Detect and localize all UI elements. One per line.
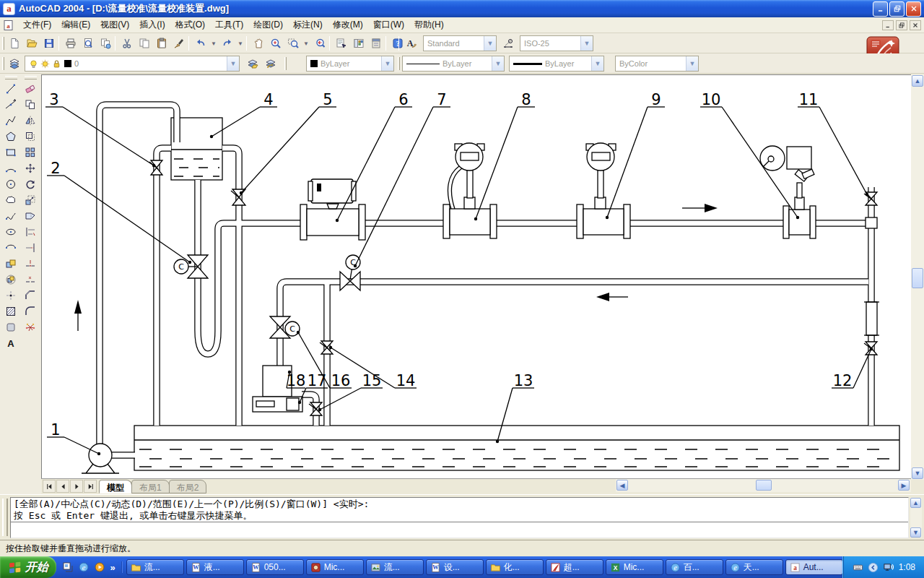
tab-layout1[interactable]: 布局1 (131, 480, 170, 493)
line-button[interactable] (2, 81, 19, 97)
doc-restore-button[interactable] (896, 20, 907, 30)
pan-button[interactable] (250, 35, 267, 52)
menu-modify[interactable]: 修改(M) (328, 17, 368, 33)
publish-button[interactable] (97, 35, 114, 52)
nav-prev-button[interactable] (56, 480, 69, 493)
region-button[interactable] (2, 319, 19, 335)
text-style-combo[interactable]: Standard ▼ (423, 35, 497, 51)
task-autocad[interactable]: aAut... (785, 559, 843, 575)
paste-button[interactable] (153, 35, 170, 52)
menu-tools[interactable]: 工具(T) (210, 17, 248, 33)
scroll-up-button[interactable]: ▲ (912, 75, 923, 87)
toolbar-grip[interactable] (5, 76, 17, 79)
tray-keyboard[interactable] (853, 562, 863, 573)
zoom-realtime-button[interactable] (267, 35, 284, 52)
matchprop-button[interactable] (170, 35, 188, 52)
nav-first-button[interactable] (43, 480, 56, 493)
chevron-down-icon[interactable]: ▼ (686, 56, 698, 71)
restore-button[interactable] (889, 1, 905, 17)
color-combo[interactable]: ByLayer ▼ (306, 56, 394, 72)
tab-layout2[interactable]: 布局2 (169, 480, 207, 493)
horizontal-scroll-thumb[interactable] (756, 480, 772, 491)
rectangle-button[interactable] (2, 144, 19, 160)
arc-button[interactable] (2, 160, 19, 176)
chevron-down-icon[interactable]: ▼ (227, 56, 239, 71)
menu-edit[interactable]: 编辑(E) (56, 17, 95, 33)
launch-media-player[interactable] (94, 561, 105, 573)
chevron-down-icon[interactable]: ▼ (591, 56, 603, 71)
command-text-area[interactable]: [全部(A)/中心点(C)/动态(D)/范围(E)/上一个(P)/比例(S)/窗… (10, 497, 909, 538)
chevron-down-icon[interactable]: ▼ (580, 36, 593, 51)
layers-button[interactable] (6, 55, 23, 72)
menu-dimension[interactable]: 标注(N) (288, 17, 328, 33)
launch-ie[interactable]: e (78, 561, 90, 573)
pline-button[interactable] (2, 113, 19, 129)
break-button[interactable] (22, 272, 39, 288)
zoom-window-dropdown[interactable]: ▼ (302, 35, 310, 52)
copy-obj-button[interactable] (22, 97, 39, 113)
chevron-down-icon[interactable]: ▼ (484, 36, 496, 51)
launch-show-desktop[interactable] (62, 561, 74, 573)
explode-button[interactable] (22, 319, 39, 335)
chevron-down-icon[interactable]: ▼ (381, 56, 393, 71)
task-folder-liu[interactable]: 流... (126, 559, 184, 575)
toolbar-grip[interactable] (2, 57, 4, 70)
layer-previous-button[interactable] (262, 55, 279, 72)
plotstyle-combo[interactable]: ByColor ▼ (615, 56, 699, 72)
revcloud-button[interactable] (2, 192, 19, 208)
linetype-combo[interactable]: ByLayer ▼ (402, 56, 505, 72)
toolbar-grip[interactable] (284, 57, 287, 70)
plot-button[interactable] (62, 35, 79, 52)
copy-button[interactable] (136, 35, 153, 52)
spline-button[interactable] (2, 208, 19, 224)
break-point-button[interactable] (22, 256, 39, 272)
redo-dropdown[interactable]: ▼ (236, 35, 245, 52)
stretch-button[interactable] (22, 208, 39, 224)
circle-button[interactable] (2, 176, 19, 192)
designcenter-button[interactable] (350, 35, 367, 52)
task-folder-hua[interactable]: 化... (486, 559, 544, 575)
offset-button[interactable] (22, 129, 39, 144)
menu-help[interactable]: 帮助(H) (409, 17, 449, 33)
task-mic-media[interactable]: Mic... (306, 559, 364, 575)
point-button[interactable] (2, 288, 19, 303)
undo-button[interactable] (192, 35, 209, 52)
task-image-liu[interactable]: 流... (366, 559, 424, 575)
mirror-button[interactable] (22, 113, 39, 129)
undo-dropdown[interactable]: ▼ (209, 35, 218, 52)
doc-minimize-button[interactable] (882, 20, 894, 30)
cut-button[interactable] (118, 35, 136, 52)
erase-button[interactable] (22, 81, 39, 97)
quick-launch-overflow[interactable]: » (110, 562, 115, 573)
drawing-canvas[interactable]: CCC123456789101112131415161718 (41, 74, 911, 478)
task-doc-050[interactable]: W050... (246, 559, 304, 575)
task-doc-she[interactable]: W设... (426, 559, 484, 575)
tool-palettes-button[interactable] (367, 35, 385, 52)
open-button[interactable] (23, 35, 40, 52)
menu-window[interactable]: 窗口(W) (368, 17, 409, 33)
xline-button[interactable] (2, 97, 19, 113)
make-block-button[interactable] (2, 272, 19, 288)
tray-display[interactable] (883, 562, 894, 573)
menu-view[interactable]: 视图(V) (95, 17, 134, 33)
scroll-down-button[interactable]: ▼ (910, 527, 921, 538)
polygon-button[interactable] (2, 129, 19, 144)
zoom-window-button[interactable] (284, 35, 302, 52)
text-style-button[interactable]: A (403, 35, 420, 52)
scale-button[interactable] (22, 192, 39, 208)
extend-button[interactable] (22, 240, 39, 256)
scroll-down-button[interactable]: ▼ (912, 467, 923, 479)
lineweight-combo[interactable]: ByLayer ▼ (509, 56, 604, 72)
task-ssreader-chao[interactable]: 超... (546, 559, 603, 575)
task-ie-tian[interactable]: e天... (725, 559, 783, 575)
toolbar-grip[interactable] (2, 37, 4, 50)
move-button[interactable] (22, 160, 39, 176)
ellipse-arc-button[interactable] (2, 240, 19, 256)
nav-next-button[interactable] (70, 480, 83, 493)
redo-button[interactable] (219, 35, 236, 52)
minimize-button[interactable] (873, 1, 888, 17)
new-button[interactable] (6, 35, 23, 52)
dim-style-button[interactable] (500, 35, 517, 52)
fillet-button[interactable] (22, 303, 39, 319)
rotate-button[interactable] (22, 176, 39, 192)
